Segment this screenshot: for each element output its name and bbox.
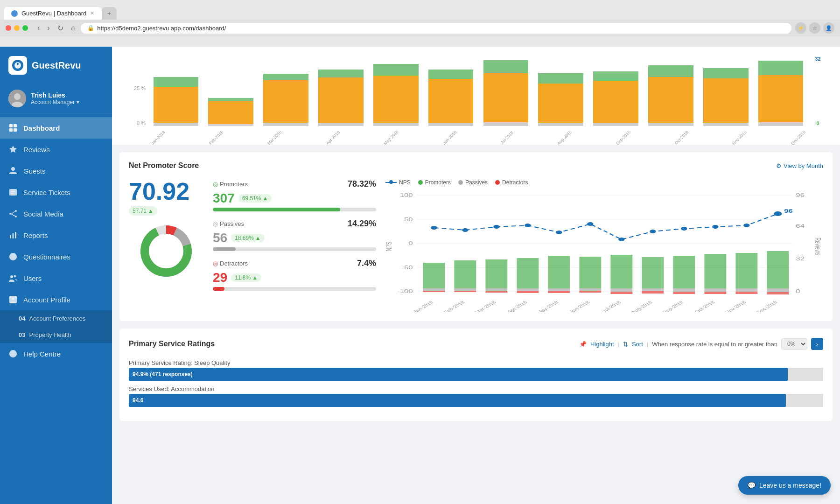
tab-favicon bbox=[11, 10, 18, 17]
bar-group bbox=[149, 56, 203, 126]
bar-segment-orange bbox=[318, 77, 364, 123]
svg-text:Feb-2018: Feb-2018 bbox=[442, 300, 466, 312]
nps-chart-legend: NPS Promoters Passives Detractors bbox=[385, 179, 823, 186]
sidebar-item-questionnaires[interactable]: ? Questionnaires bbox=[0, 246, 112, 267]
active-tab[interactable]: GuestRevu | Dashboard ✕ bbox=[4, 7, 102, 20]
subnav-item-account-preferences[interactable]: 04 Account Preferences bbox=[0, 310, 112, 327]
svg-point-89 bbox=[587, 222, 593, 226]
svg-line-15 bbox=[11, 211, 15, 214]
sort-button[interactable]: Sort bbox=[632, 341, 643, 348]
sidebar-label-reviews: Reviews bbox=[23, 146, 50, 154]
sidebar-item-help-centre[interactable]: ? Help Centre bbox=[0, 343, 112, 364]
chart-x-label: May-2018 bbox=[383, 129, 399, 146]
svg-text:-100: -100 bbox=[397, 289, 413, 294]
profile-icon[interactable]: 👤 bbox=[823, 22, 834, 34]
bar-segment-gray bbox=[428, 123, 474, 126]
svg-rect-65 bbox=[579, 291, 601, 293]
svg-point-87 bbox=[525, 224, 531, 227]
bar-stack bbox=[318, 56, 364, 126]
chat-bubble[interactable]: 💬 Leave us a message! bbox=[738, 476, 831, 495]
sidebar-item-reviews[interactable]: Reviews bbox=[0, 139, 112, 160]
sidebar-item-account-profile[interactable]: Account Profile bbox=[0, 289, 112, 310]
svg-text:96: 96 bbox=[784, 209, 793, 214]
bar-stack bbox=[373, 56, 419, 126]
svg-rect-74 bbox=[673, 292, 695, 294]
svg-rect-59 bbox=[517, 291, 539, 293]
svg-text:32: 32 bbox=[796, 256, 805, 261]
sidebar-item-social-media[interactable]: Social Media bbox=[0, 203, 112, 224]
chart-x-label: Mar-2018 bbox=[266, 130, 282, 146]
svg-rect-83 bbox=[767, 292, 789, 294]
lock-icon: 🔒 bbox=[87, 25, 94, 31]
extensions-icon[interactable]: ⚡ bbox=[795, 22, 806, 34]
svg-rect-71 bbox=[642, 291, 664, 294]
bar-group bbox=[424, 56, 477, 126]
chart-x-label: Aug-2018 bbox=[556, 130, 573, 146]
svg-rect-64 bbox=[579, 288, 601, 291]
nps-prev-value: 57.71 bbox=[133, 208, 147, 214]
settings-icon: ⚙ bbox=[776, 162, 782, 169]
main-content: 25 % 0 % Jan-2018Feb-2018Mar-2018Apr-201… bbox=[112, 47, 840, 504]
sidebar-item-guests[interactable]: Guests bbox=[0, 160, 112, 182]
sort-icon: ⇅ bbox=[623, 341, 628, 348]
close-window-button[interactable] bbox=[6, 25, 11, 31]
rating-fill-accommodation: 94.6 bbox=[129, 394, 786, 407]
svg-rect-80 bbox=[735, 292, 757, 294]
sidebar-item-dashboard[interactable]: Dashboard bbox=[0, 117, 112, 139]
url-text: https://d5demo2.guestrevu app.com/dashbo… bbox=[97, 25, 226, 32]
filter-select[interactable]: 0% bbox=[781, 338, 807, 350]
sidebar-label-service-tickets: Service Tickets bbox=[23, 189, 70, 196]
forward-button[interactable]: › bbox=[45, 23, 51, 33]
svg-rect-18 bbox=[13, 233, 14, 238]
sidebar-label-reports: Reports bbox=[23, 231, 48, 239]
bar-segment-green bbox=[154, 77, 199, 87]
highlight-button[interactable]: Highlight bbox=[590, 341, 614, 348]
help-centre-icon: ? bbox=[8, 349, 18, 358]
chat-icon: 💬 bbox=[748, 482, 756, 489]
nps-passives-pct: 14.29% bbox=[348, 219, 376, 229]
bar-segment-gray bbox=[703, 123, 749, 126]
nps-content: 70.92 57.71 ▲ bbox=[129, 179, 823, 312]
address-bar[interactable]: 🔒 https://d5demo2.guestrevu app.com/dash… bbox=[81, 23, 791, 34]
sidebar-item-users[interactable]: Users bbox=[0, 267, 112, 289]
svg-rect-81 bbox=[767, 251, 789, 288]
tab-close-button[interactable]: ✕ bbox=[90, 10, 94, 16]
rating-label-accommodation: Services Used: Accommodation bbox=[129, 385, 823, 392]
svg-rect-56 bbox=[485, 291, 507, 293]
bar-segment-green bbox=[318, 70, 364, 77]
ratings-forward-button[interactable]: › bbox=[811, 338, 823, 350]
bar-segment-orange bbox=[483, 73, 529, 122]
sidebar-item-reports[interactable]: Reports bbox=[0, 224, 112, 246]
sidebar-label-account-profile: Account Profile bbox=[23, 296, 70, 304]
nps-passives-count: 56 bbox=[213, 231, 227, 245]
sidebar-label-help-centre: Help Centre bbox=[23, 350, 61, 358]
back-button[interactable]: ‹ bbox=[35, 23, 42, 33]
sidebar-item-service-tickets[interactable]: Service Tickets bbox=[0, 182, 112, 203]
bookmark-icon[interactable]: ☆ bbox=[809, 22, 820, 34]
svg-point-91 bbox=[650, 230, 656, 233]
svg-point-25 bbox=[12, 297, 14, 300]
user-info: Trish Luies Account Manager ▾ bbox=[31, 91, 104, 105]
refresh-button[interactable]: ↻ bbox=[56, 23, 65, 34]
legend-passives: Passives bbox=[458, 179, 488, 186]
social-media-icon bbox=[8, 209, 18, 218]
nps-section-header: Net Promoter Score ⚙ View by Month bbox=[129, 161, 823, 170]
bar-stack bbox=[483, 56, 529, 126]
svg-text:Sep-2018: Sep-2018 bbox=[661, 300, 685, 312]
chart-x-label: Sep-2018 bbox=[615, 130, 631, 146]
nps-passives-fill bbox=[213, 247, 236, 251]
subnav-item-property-health[interactable]: 03 Property Health bbox=[0, 327, 112, 343]
svg-rect-50 bbox=[423, 291, 445, 292]
nps-middle-panel: ◎ Promoters 78.32% 307 69.51% ▲ bbox=[213, 179, 376, 312]
nps-promoters-fill bbox=[213, 208, 340, 211]
svg-rect-60 bbox=[548, 256, 570, 288]
minimize-window-button[interactable] bbox=[14, 25, 20, 31]
nps-detractors-label: ◎ Detractors bbox=[213, 260, 248, 267]
guestrevu-logo-svg bbox=[11, 59, 24, 72]
home-button[interactable]: ⌂ bbox=[69, 23, 77, 33]
new-tab-button[interactable]: + bbox=[102, 7, 117, 20]
svg-text:0: 0 bbox=[796, 289, 800, 294]
svg-point-86 bbox=[493, 225, 499, 229]
fullscreen-window-button[interactable] bbox=[22, 25, 28, 31]
view-by-month-button[interactable]: ⚙ View by Month bbox=[776, 162, 823, 169]
